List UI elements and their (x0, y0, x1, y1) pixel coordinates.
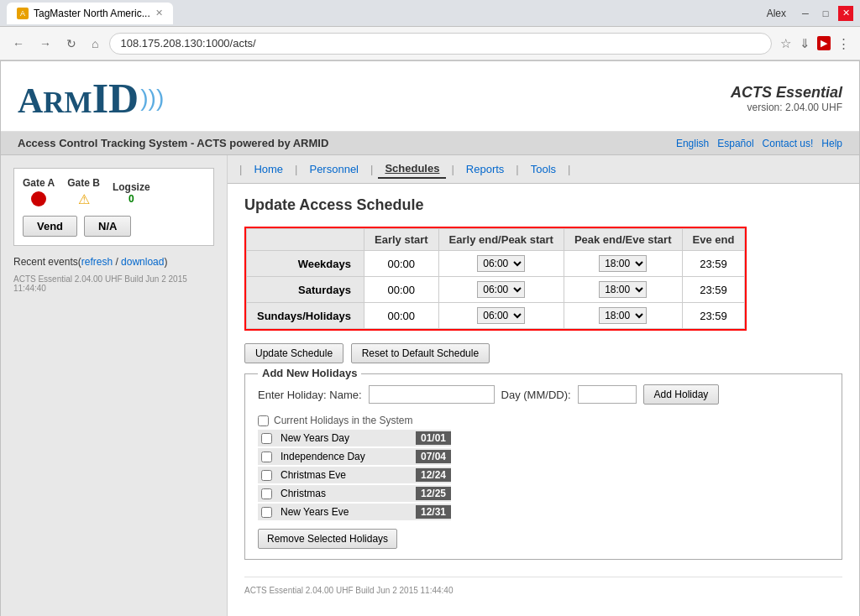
contact-link[interactable]: Contact us! (763, 138, 814, 149)
early-end-select-1[interactable]: 00:0001:0002:0003:0004:0005:0006:0007:00… (477, 281, 525, 298)
nav-sep-3: | (370, 163, 373, 175)
col-header-early-end: Early end/Peak start (438, 229, 564, 251)
tab-favicon: A (17, 8, 29, 19)
update-schedule-button[interactable]: Update Schedule (244, 343, 343, 363)
subtitle-text: Access Control Tracking System - ACTS po… (18, 137, 328, 149)
holiday-item-1: Independence Day07/04 (258, 448, 451, 465)
schedule-row-label-2: Sundays/Holidays (247, 303, 364, 329)
holiday-date-2: 12/24 (416, 468, 451, 482)
holiday-checkbox-4[interactable] (261, 507, 272, 518)
vend-button[interactable]: Vend (23, 216, 77, 237)
gate-panel: Gate A Gate B ⚠ Logsize 0 Vend (13, 168, 214, 246)
maximize-button[interactable]: □ (818, 6, 833, 21)
holiday-item-0: New Years Day01/01 (258, 430, 451, 446)
peak-end-select-0[interactable]: 00:0001:0002:0003:0004:0005:0006:0007:00… (599, 255, 647, 272)
nav-schedules[interactable]: Schedules (378, 159, 446, 179)
early-start-0: 00:00 (364, 251, 438, 277)
holiday-name-4: New Years Eve (277, 506, 411, 518)
early-end-select-0[interactable]: 00:0001:0002:0003:0004:0005:0006:0007:00… (477, 255, 525, 272)
download-link[interactable]: download (121, 256, 164, 268)
gate-b-label: Gate B (67, 177, 100, 189)
peak-end-cell-2[interactable]: 00:0001:0002:0003:0004:0005:0006:0007:00… (564, 303, 682, 329)
nav-personnel[interactable]: Personnel (302, 160, 365, 178)
holidays-select-all-checkbox[interactable] (258, 415, 269, 426)
holiday-day-label: Day (MM/DD): (501, 389, 571, 401)
col-header-peak-end: Peak end/Eve start (564, 229, 682, 251)
bookmark-icon[interactable]: ☆ (779, 34, 793, 53)
holiday-checkbox-3[interactable] (261, 488, 272, 499)
eve-end-0: 23:59 (682, 251, 745, 277)
holiday-checkbox-0[interactable] (261, 433, 272, 444)
col-header-empty (247, 229, 364, 251)
logo-id: ID (92, 75, 139, 122)
browser-titlebar: A TagMaster North Americ... ✕ Alex ─ □ ✕ (0, 0, 860, 27)
early-end-cell-1[interactable]: 00:0001:0002:0003:0004:0005:0006:0007:00… (438, 277, 564, 303)
logo-arm: ARM (18, 81, 92, 120)
tab-close-button[interactable]: ✕ (155, 8, 163, 18)
logsize-value: 0 (113, 193, 150, 205)
nav-tools[interactable]: Tools (524, 160, 563, 178)
na-button[interactable]: N/A (84, 216, 131, 237)
titlebar-user: Alex (767, 8, 786, 19)
early-end-cell-2[interactable]: 00:0001:0002:0003:0004:0005:0006:0007:00… (438, 303, 564, 329)
back-button[interactable]: ← (8, 35, 29, 52)
nav-sep-6: | (568, 163, 570, 175)
titlebar-controls: Alex ─ □ ✕ (767, 6, 853, 21)
minimize-button[interactable]: ─ (798, 6, 813, 21)
download-icon[interactable]: ⇓ (798, 34, 812, 53)
browser-tab[interactable]: A TagMaster North Americ... ✕ (7, 3, 173, 24)
holiday-name-3: Christmas (277, 488, 411, 499)
early-end-select-2[interactable]: 00:0001:0002:0003:0004:0005:0006:0007:00… (477, 307, 525, 324)
logo-waves-icon: ))) (140, 85, 164, 112)
col-header-early-start: Early start (364, 229, 438, 251)
address-bar[interactable]: 108.175.208.130:1000/acts/ (109, 33, 772, 55)
peak-end-select-2[interactable]: 00:0001:0002:0003:0004:0005:0006:0007:00… (599, 307, 647, 324)
reload-button[interactable]: ↻ (62, 35, 81, 52)
subtitle-links: English Español Contact us! Help (676, 138, 842, 149)
holiday-name-input[interactable] (369, 385, 495, 404)
nav-reports[interactable]: Reports (459, 160, 511, 178)
main-layout: Gate A Gate B ⚠ Logsize 0 Vend (1, 155, 859, 616)
remove-holidays-button[interactable]: Remove Selected Holidays (258, 529, 397, 549)
schedule-table: Early start Early end/Peak start Peak en… (246, 228, 745, 329)
peak-end-select-1[interactable]: 00:0001:0002:0003:0004:0005:0006:0007:00… (599, 281, 647, 298)
forward-button[interactable]: → (35, 35, 55, 52)
sidebar-version-footer: ACTS Essential 2.04.00 UHF Build Jun 2 2… (13, 274, 214, 293)
nav-home[interactable]: Home (247, 160, 290, 178)
holiday-checkbox-1[interactable] (261, 452, 272, 462)
holiday-name-0: New Years Day (277, 432, 411, 444)
help-link[interactable]: Help (821, 138, 842, 149)
holiday-input-row: Enter Holiday: Name: Day (MM/DD): Add Ho… (258, 384, 829, 405)
espanol-link[interactable]: Español (717, 138, 753, 149)
english-link[interactable]: English (676, 138, 709, 149)
menu-icon[interactable]: ⋮ (836, 34, 852, 53)
peak-end-cell-1[interactable]: 00:0001:0002:0003:0004:0005:0006:0007:00… (564, 277, 682, 303)
logsize-label: Logsize (113, 181, 150, 193)
peak-end-cell-0[interactable]: 00:0001:0002:0003:0004:0005:0006:0007:00… (564, 251, 682, 277)
nav-sep-5: | (516, 163, 518, 175)
holidays-legend: Add New Holidays (258, 367, 361, 379)
content-footer: ACTS Essential 2.04.00 UHF Build Jun 2 2… (244, 577, 842, 595)
holiday-date-3: 12/25 (416, 487, 451, 500)
nav-sep-1: | (239, 163, 242, 175)
early-start-2: 00:00 (364, 303, 438, 329)
refresh-link[interactable]: refresh (81, 256, 113, 268)
holiday-date-input[interactable] (578, 385, 637, 404)
version-text: version: 2.04.00 UHF (731, 102, 842, 113)
address-text: 108.175.208.130:1000/acts/ (120, 37, 255, 50)
schedule-action-buttons: Update Schedule Reset to Default Schedul… (244, 343, 842, 363)
home-button[interactable]: ⌂ (87, 35, 102, 52)
eve-end-2: 23:59 (682, 303, 745, 329)
early-end-cell-0[interactable]: 00:0001:0002:0003:0004:0005:0006:0007:00… (438, 251, 564, 277)
holiday-checkbox-2[interactable] (261, 470, 272, 481)
browser-addressbar: ← → ↻ ⌂ 108.175.208.130:1000/acts/ ☆ ⇓ ▶… (0, 27, 860, 60)
close-button[interactable]: ✕ (838, 6, 853, 21)
gate-b-item: Gate B ⚠ (67, 177, 100, 209)
logsize-item: Logsize 0 (113, 181, 150, 205)
holiday-name-label: Enter Holiday: Name: (258, 389, 362, 401)
cast-icon[interactable]: ▶ (817, 36, 831, 50)
schedule-table-wrapper: Early start Early end/Peak start Peak en… (244, 227, 747, 331)
add-holiday-button[interactable]: Add Holiday (643, 384, 720, 405)
subtitle-bar: Access Control Tracking System - ACTS po… (1, 132, 859, 155)
reset-default-button[interactable]: Reset to Default Schedule (351, 343, 490, 363)
